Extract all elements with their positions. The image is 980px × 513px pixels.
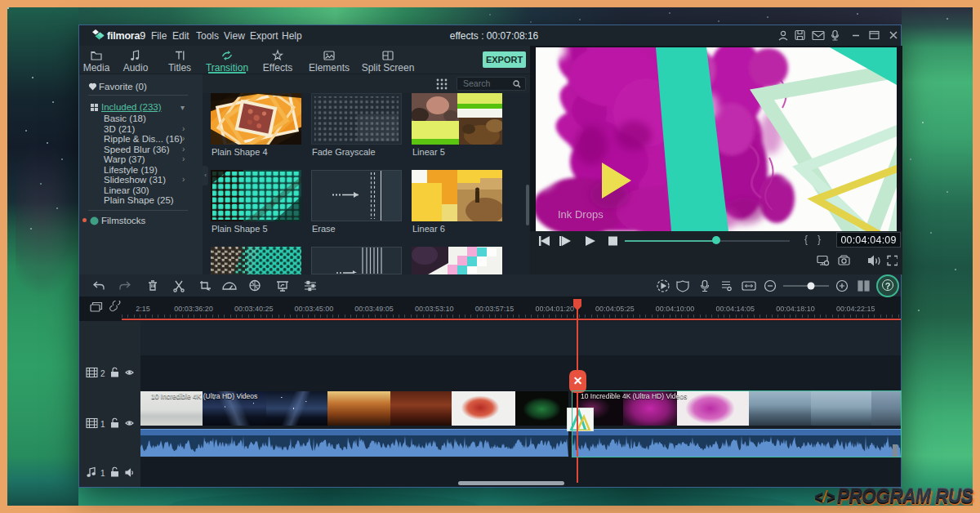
svg-text:2: 2 xyxy=(100,369,105,378)
svg-text:1: 1 xyxy=(100,469,105,478)
svg-text:Ink Drops: Ink Drops xyxy=(558,208,604,221)
svg-text:1: 1 xyxy=(100,420,105,429)
